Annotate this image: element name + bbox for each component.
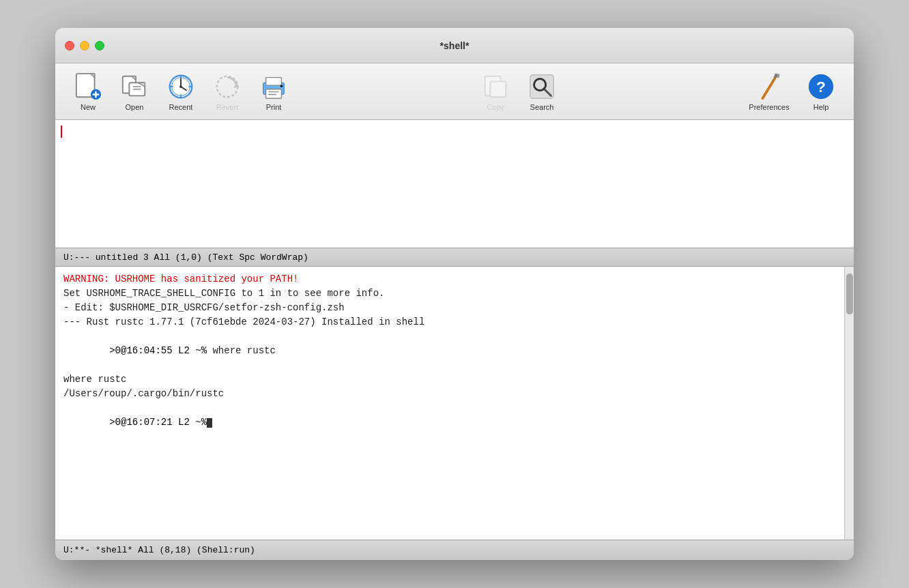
new-icon xyxy=(73,72,103,102)
minimize-button[interactable] xyxy=(80,41,89,50)
terminal-line-4: --- Rust rustc 1.77.1 (7cf61ebde 2024-03… xyxy=(63,315,836,329)
cmd-1: where rustc xyxy=(207,345,276,356)
scrollbar-track[interactable] xyxy=(844,267,854,540)
new-button[interactable]: New xyxy=(66,69,110,114)
svg-rect-29 xyxy=(490,81,506,97)
terminal-line-1: WARNING: USRHOME has sanitized your PATH… xyxy=(63,272,836,286)
main-window: *shell* New xyxy=(55,28,854,560)
preferences-label: Preferences xyxy=(749,103,789,111)
search-icon xyxy=(527,72,557,102)
print-label: Print xyxy=(266,103,282,111)
terminal-line-8: >0@16:07:21 L2 ~% xyxy=(63,401,836,444)
svg-rect-23 xyxy=(266,78,282,85)
terminal-line-6: where rustc xyxy=(63,372,836,387)
svg-line-34 xyxy=(762,75,777,98)
help-icon: ? xyxy=(806,72,836,102)
revert-icon xyxy=(212,72,242,102)
close-button[interactable] xyxy=(65,41,74,50)
prompt-2: >0@16:07:21 L2 ~% xyxy=(109,417,207,428)
terminal-line-2: Set USRHOME_TRACE_SHELL_CONFIG to 1 in t… xyxy=(63,286,836,301)
window-title: *shell* xyxy=(440,40,470,51)
maximize-button[interactable] xyxy=(95,41,104,50)
prompt-1: >0@16:04:55 L2 ~% xyxy=(109,345,207,356)
search-label: Search xyxy=(530,103,554,111)
status-bar-top: U:--- untitled 3 All (1,0) (Text Spc Wor… xyxy=(55,248,854,267)
titlebar: *shell* xyxy=(55,28,854,63)
revert-label: Revert xyxy=(216,103,238,111)
copy-label: Copy xyxy=(487,103,504,111)
copy-icon xyxy=(480,72,510,102)
help-label: Help xyxy=(813,103,829,111)
editor-cursor xyxy=(61,126,62,138)
status-bar-bottom: U:**- *shell* All (8,18) (Shell:run) xyxy=(55,540,854,560)
scrollbar-thumb[interactable] xyxy=(846,274,853,314)
preferences-button[interactable]: Preferences xyxy=(742,69,796,114)
terminal-line-7: /Users/roup/.cargo/bin/rustc xyxy=(63,387,836,401)
terminal-line-3: - Edit: $USRHOME_DIR_USRCFG/setfor-zsh-c… xyxy=(63,301,836,315)
help-button[interactable]: ? Help xyxy=(799,69,843,114)
recent-label: Recent xyxy=(169,103,193,111)
svg-point-15 xyxy=(179,85,182,88)
recent-button[interactable]: Recent xyxy=(159,69,203,114)
open-icon xyxy=(119,72,149,102)
svg-text:?: ? xyxy=(816,78,826,95)
search-button[interactable]: Search xyxy=(520,69,564,114)
copy-button[interactable]: Copy xyxy=(474,69,517,114)
print-icon xyxy=(259,72,289,102)
status-bottom-text: U:**- *shell* All (8,18) (Shell:run) xyxy=(63,545,255,555)
preferences-icon xyxy=(754,72,784,102)
open-button[interactable]: Open xyxy=(113,69,156,114)
terminal-content[interactable]: WARNING: USRHOME has sanitized your PATH… xyxy=(55,267,844,540)
toolbar: New Open xyxy=(55,63,854,120)
editor-top-area[interactable] xyxy=(55,120,854,248)
print-button[interactable]: Print xyxy=(252,69,295,114)
traffic-lights xyxy=(65,41,104,50)
terminal-section: WARNING: USRHOME has sanitized your PATH… xyxy=(55,267,854,540)
status-top-text: U:--- untitled 3 All (1,0) (Text Spc Wor… xyxy=(63,252,308,263)
open-label: Open xyxy=(126,103,144,111)
terminal-cursor xyxy=(207,418,212,428)
new-label: New xyxy=(81,103,96,111)
revert-button[interactable]: Revert xyxy=(205,69,249,114)
terminal-line-5: >0@16:04:55 L2 ~% where rustc xyxy=(63,329,836,372)
svg-rect-24 xyxy=(266,89,282,98)
recent-icon xyxy=(166,72,196,102)
svg-point-27 xyxy=(280,85,283,87)
